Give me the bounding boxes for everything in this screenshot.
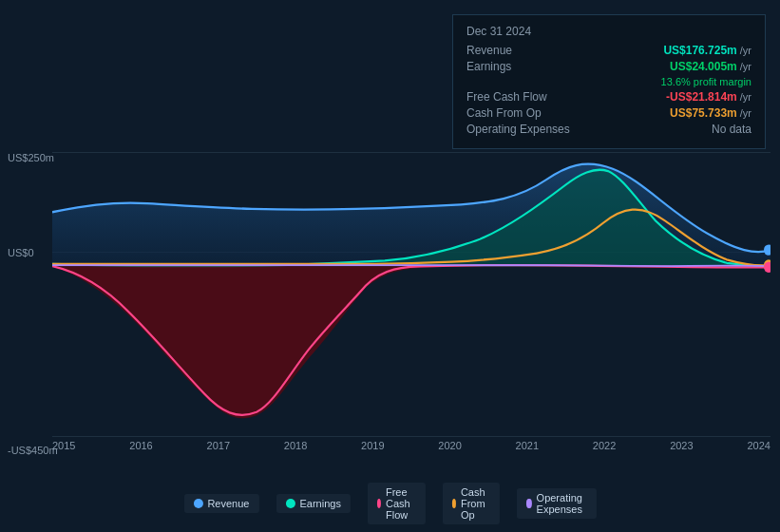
x-label-2023: 2023 xyxy=(670,440,693,451)
legend-operating-expenses[interactable]: Operating Expenses xyxy=(517,488,596,519)
operating-expenses-dot xyxy=(526,499,531,508)
legend-revenue-label: Revenue xyxy=(207,498,249,509)
free-cash-flow-value: -US$21.814m/yr xyxy=(666,90,751,104)
x-label-2020: 2020 xyxy=(438,440,461,451)
chart-legend: Revenue Earnings Free Cash Flow Cash Fro… xyxy=(183,483,596,524)
chart-svg xyxy=(52,147,770,461)
legend-revenue[interactable]: Revenue xyxy=(183,494,258,513)
profit-margin-row: 13.6% profit margin xyxy=(466,76,751,87)
cash-from-op-label: Cash From Op xyxy=(466,106,571,120)
y-label-bottom: -US$450m xyxy=(8,445,58,456)
revenue-dot xyxy=(193,499,202,508)
x-label-2017: 2017 xyxy=(207,440,230,451)
x-label-2022: 2022 xyxy=(593,440,616,451)
free-cash-flow-row: Free Cash Flow -US$21.814m/yr xyxy=(466,90,751,104)
earnings-row: Earnings US$24.005m/yr xyxy=(466,60,751,73)
cash-from-op-dot xyxy=(452,499,456,508)
cash-from-op-value: US$75.733m/yr xyxy=(670,106,751,120)
earnings-dot xyxy=(285,499,295,508)
info-date: Dec 31 2024 xyxy=(466,25,751,38)
legend-operating-expenses-label: Operating Expenses xyxy=(537,492,587,515)
revenue-label: Revenue xyxy=(466,44,571,57)
legend-free-cash-flow-label: Free Cash Flow xyxy=(386,486,416,521)
legend-cash-from-op-label: Cash From Op xyxy=(461,486,490,521)
y-label-top: US$250m xyxy=(8,152,54,163)
operating-expenses-label: Operating Expenses xyxy=(466,123,571,136)
earnings-label: Earnings xyxy=(466,60,571,73)
y-label-mid: US$0 xyxy=(8,247,34,258)
legend-cash-from-op[interactable]: Cash From Op xyxy=(443,483,501,524)
revenue-value: US$176.725m/yr xyxy=(663,44,751,57)
x-label-2021: 2021 xyxy=(516,440,539,451)
x-label-2015: 2015 xyxy=(52,440,75,451)
legend-free-cash-flow[interactable]: Free Cash Flow xyxy=(368,483,426,524)
legend-earnings-label: Earnings xyxy=(299,498,340,509)
cash-from-op-row: Cash From Op US$75.733m/yr xyxy=(466,106,751,120)
revenue-row: Revenue US$176.725m/yr xyxy=(466,44,751,57)
profit-margin-text: 13.6% profit margin xyxy=(661,76,751,87)
x-label-2024: 2024 xyxy=(747,440,770,451)
x-axis: 2015 2016 2017 2018 2019 2020 2021 2022 … xyxy=(52,440,770,451)
operating-expenses-value: No data xyxy=(712,123,751,136)
free-cash-flow-label: Free Cash Flow xyxy=(466,90,571,104)
earnings-value: US$24.005m/yr xyxy=(670,60,751,73)
x-label-2016: 2016 xyxy=(129,440,152,451)
legend-earnings[interactable]: Earnings xyxy=(276,494,350,513)
free-cash-flow-dot xyxy=(377,499,381,508)
info-tooltip: Dec 31 2024 Revenue US$176.725m/yr Earni… xyxy=(452,14,766,149)
operating-expenses-row: Operating Expenses No data xyxy=(466,123,751,136)
x-label-2019: 2019 xyxy=(361,440,384,451)
x-label-2018: 2018 xyxy=(284,440,307,451)
chart-area: US$250m US$0 -US$450m xyxy=(0,147,780,480)
